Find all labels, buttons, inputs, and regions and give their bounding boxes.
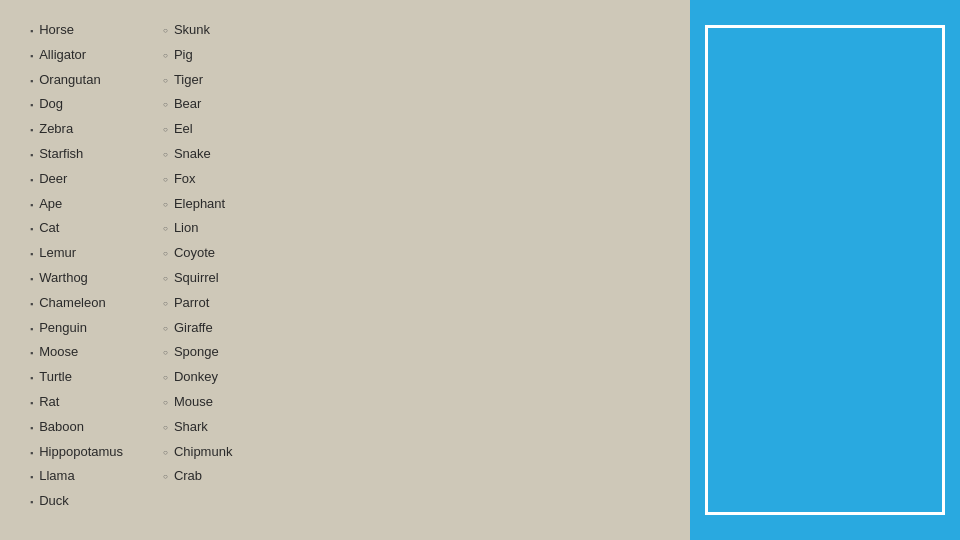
list-item: ○Tiger <box>163 70 232 91</box>
bullet: ▪ <box>30 247 33 261</box>
bullet: ▪ <box>30 173 33 187</box>
list-item: ▪Alligator <box>30 45 123 66</box>
item-label: Coyote <box>174 243 215 264</box>
list-item: ▪Starfish <box>30 144 123 165</box>
bullet: ○ <box>163 174 168 187</box>
bullet: ○ <box>163 149 168 162</box>
right-panel <box>690 0 960 540</box>
list-item: ▪Orangutan <box>30 70 123 91</box>
list-item: ▪Lemur <box>30 243 123 264</box>
list-item: ○Lion <box>163 218 232 239</box>
item-label: Dog <box>39 94 63 115</box>
bullet: ○ <box>163 124 168 137</box>
bullet: ○ <box>163 50 168 63</box>
bullet: ▪ <box>30 123 33 137</box>
bullet: ▪ <box>30 322 33 336</box>
bullet: ▪ <box>30 272 33 286</box>
list-item: ○Sponge <box>163 342 232 363</box>
bullet: ▪ <box>30 222 33 236</box>
list-item: ○Fox <box>163 169 232 190</box>
item-label: Horse <box>39 20 74 41</box>
list-item: ▪Zebra <box>30 119 123 140</box>
item-label: Starfish <box>39 144 83 165</box>
list-item: ○Crab <box>163 466 232 487</box>
list-item: ▪Hippopotamus <box>30 442 123 463</box>
item-label: Duck <box>39 491 69 512</box>
item-label: Turtle <box>39 367 72 388</box>
list-item: ○Bear <box>163 94 232 115</box>
column-2: ○Skunk○Pig○Tiger○Bear○Eel○Snake○Fox○Elep… <box>163 20 232 520</box>
list-item: ○Donkey <box>163 367 232 388</box>
list-item: ○Eel <box>163 119 232 140</box>
bullet: ▪ <box>30 297 33 311</box>
item-label: Llama <box>39 466 74 487</box>
item-label: Eel <box>174 119 193 140</box>
bullet: ○ <box>163 199 168 212</box>
item-label: Moose <box>39 342 78 363</box>
item-label: Penguin <box>39 318 87 339</box>
list-item: ▪Warthog <box>30 268 123 289</box>
list-item: ○Coyote <box>163 243 232 264</box>
list-item: ▪Cat <box>30 218 123 239</box>
list-item: ○Chipmunk <box>163 442 232 463</box>
bullet: ○ <box>163 471 168 484</box>
list-item: ▪Rat <box>30 392 123 413</box>
blue-box <box>705 25 945 515</box>
item-label: Bear <box>174 94 201 115</box>
item-label: Lion <box>174 218 199 239</box>
item-label: Tiger <box>174 70 203 91</box>
bullet: ○ <box>163 273 168 286</box>
list-item: ▪Baboon <box>30 417 123 438</box>
item-label: Alligator <box>39 45 86 66</box>
bullet: ▪ <box>30 346 33 360</box>
item-label: Snake <box>174 144 211 165</box>
bullet: ○ <box>163 248 168 261</box>
bullet: ○ <box>163 223 168 236</box>
bullet: ○ <box>163 323 168 336</box>
bullet: ▪ <box>30 148 33 162</box>
bullet: ▪ <box>30 24 33 38</box>
list-item: ▪Chameleon <box>30 293 123 314</box>
item-label: Cat <box>39 218 59 239</box>
list-item: ○Mouse <box>163 392 232 413</box>
bullet: ▪ <box>30 49 33 63</box>
item-label: Chipmunk <box>174 442 233 463</box>
list-item: ▪Horse <box>30 20 123 41</box>
list-item: ▪Duck <box>30 491 123 512</box>
item-label: Crab <box>174 466 202 487</box>
list-item: ○Parrot <box>163 293 232 314</box>
item-label: Deer <box>39 169 67 190</box>
bullet: ○ <box>163 397 168 410</box>
bullet: ○ <box>163 347 168 360</box>
bullet: ▪ <box>30 421 33 435</box>
bullet: ▪ <box>30 396 33 410</box>
bullet: ▪ <box>30 470 33 484</box>
item-label: Lemur <box>39 243 76 264</box>
item-label: Pig <box>174 45 193 66</box>
list-item: ▪Deer <box>30 169 123 190</box>
bullet: ○ <box>163 298 168 311</box>
item-label: Ape <box>39 194 62 215</box>
item-label: Giraffe <box>174 318 213 339</box>
list-item: ▪Turtle <box>30 367 123 388</box>
item-label: Shark <box>174 417 208 438</box>
bullet: ○ <box>163 25 168 38</box>
item-label: Donkey <box>174 367 218 388</box>
bullet: ○ <box>163 75 168 88</box>
item-label: Mouse <box>174 392 213 413</box>
item-label: Sponge <box>174 342 219 363</box>
bullet: ○ <box>163 372 168 385</box>
item-label: Parrot <box>174 293 209 314</box>
item-label: Rat <box>39 392 59 413</box>
item-label: Squirrel <box>174 268 219 289</box>
list-item: ○Snake <box>163 144 232 165</box>
bullet: ▪ <box>30 495 33 509</box>
bullet: ○ <box>163 422 168 435</box>
item-label: Elephant <box>174 194 225 215</box>
list-item: ○Shark <box>163 417 232 438</box>
item-label: Chameleon <box>39 293 106 314</box>
bullet: ▪ <box>30 371 33 385</box>
list-item: ○Skunk <box>163 20 232 41</box>
item-label: Skunk <box>174 20 210 41</box>
left-panel: ▪Horse▪Alligator▪Orangutan▪Dog▪Zebra▪Sta… <box>0 0 690 540</box>
